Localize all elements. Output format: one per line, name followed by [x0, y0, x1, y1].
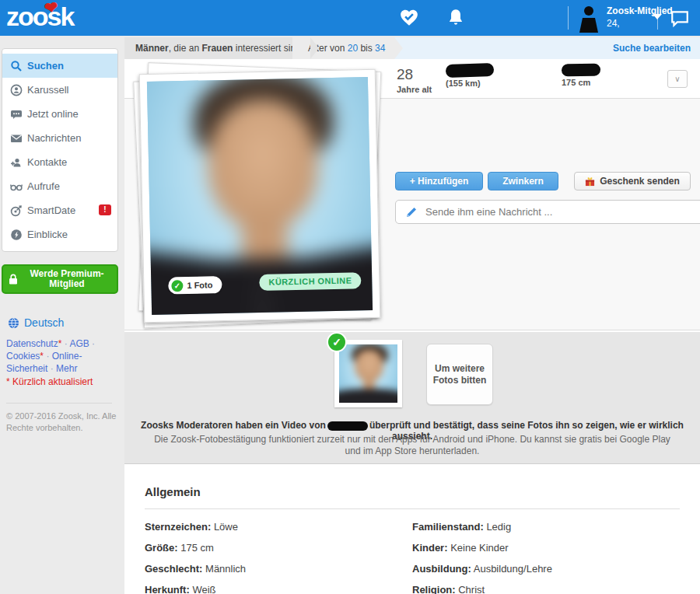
check-icon: ✓ [171, 280, 183, 292]
message-compose-box [395, 200, 700, 224]
profile-options-dropdown-button[interactable]: ∨ [667, 70, 688, 88]
age-max: 34 [375, 43, 385, 54]
detail-geschlecht: Geschlecht: Männlich [145, 563, 246, 575]
carousel-icon [10, 84, 23, 96]
photo-verification-section: ✓ Um weitere Fotos bitten Zoosks Moderat… [124, 332, 700, 464]
glasses-icon [10, 180, 23, 193]
profile-height-block: 175 cm [562, 64, 600, 87]
filter-age-segment[interactable]: Alter von 20 bis 34 [292, 37, 394, 59]
filter-gender-segment[interactable]: Männer, die an Frauen interessiert sind [124, 37, 310, 59]
notifications-bell-icon[interactable] [445, 8, 467, 28]
profile-photo-stack: ✓ 1 Foto KÜRZLICH ONLINE [131, 65, 387, 328]
sidebar-divider [6, 403, 112, 404]
chat-bubble-icon[interactable] [669, 8, 691, 28]
profile-distance: (155 km) [446, 79, 494, 88]
user-avatar[interactable] [576, 5, 602, 33]
sidebar-item-karussell[interactable]: Karussell [2, 78, 117, 102]
footer-links: Datenschutz* · AGB · Cookies* · Online-S… [6, 337, 115, 375]
premium-upgrade-button[interactable]: Werde Premium-Mitglied [2, 264, 118, 294]
detail-familienstand: Familienstand: Ledig [412, 521, 511, 533]
matches-heart-check-icon[interactable] [398, 8, 420, 28]
gift-icon [585, 176, 595, 187]
blurred-thumbnail-photo [339, 344, 397, 403]
age-min: 20 [348, 43, 358, 54]
redacted-location [446, 63, 495, 78]
zoosk-logo[interactable]: zoosk ❤ [6, 2, 73, 32]
sidebar-item-smartdate[interactable]: SmartDate ! [2, 198, 117, 222]
online-chat-icon [10, 108, 23, 121]
insights-icon [10, 229, 23, 241]
logo-heart-icon: ❤ [43, 0, 57, 18]
smartdate-target-icon [10, 204, 23, 217]
sidebar-item-einblicke[interactable]: Einblicke [2, 222, 117, 246]
filter-gender-men: Männer [135, 43, 169, 54]
zoosk-profile-page: zoosk ❤ Zoosk-Mitglied 24, Männer, die a… [0, 0, 700, 594]
profile-main-photo[interactable]: ✓ 1 Foto KÜRZLICH ONLINE [139, 69, 381, 323]
language-selector[interactable]: Deutsch [8, 316, 64, 329]
blurred-portrait-photo: ✓ 1 Foto KÜRZLICH ONLINE [147, 77, 373, 315]
section-divider [145, 508, 680, 509]
wink-button[interactable]: Zwinkern [488, 172, 558, 190]
verified-photo-thumbnail[interactable]: ✓ [334, 340, 402, 407]
sidebar-item-label: SmartDate [27, 198, 75, 222]
sidebar-nav: Suchen Karussell Jetzt online Nachrichte… [2, 48, 118, 252]
sidebar-item-label: Nachrichten [27, 126, 81, 150]
redacted-name-inline [327, 421, 368, 431]
detail-sternzeichen: Sternzeichen: Löwe [145, 521, 238, 533]
add-contact-icon [10, 156, 23, 169]
copyright-text: © 2007-2016 Zoosk, Inc. Alle Rechte vorb… [6, 411, 117, 434]
premium-button-label: Werde Premium-Mitglied [22, 269, 112, 289]
recently-online-badge: KÜRZLICH ONLINE [259, 272, 361, 291]
detail-religion: Religion: Christ [412, 584, 485, 594]
member-name: Zoosk-Mitglied [607, 5, 673, 16]
sidebar-item-kontakte[interactable]: Kontakte [2, 150, 117, 174]
profile-age-label: Jahre alt [397, 85, 432, 94]
send-gift-button[interactable]: Geschenk senden [574, 172, 691, 190]
filter-gender-women: Frauen [201, 43, 233, 54]
general-details-section: Allgemein Sternzeichen: Löwe Größe: 175 … [124, 465, 700, 594]
sidebar-item-nachrichten[interactable]: Nachrichten [2, 126, 117, 150]
search-filter-bar: Männer, die an Frauen interessiert sind … [124, 37, 700, 59]
add-favorite-button[interactable]: + Hinzufügen [395, 172, 483, 190]
link-cookies[interactable]: Cookies* [6, 351, 44, 362]
sidebar-item-label: Suchen [27, 54, 64, 78]
account-menu[interactable]: Zoosk-Mitglied 24, [607, 5, 673, 29]
envelope-icon [10, 132, 23, 145]
redacted-name [562, 64, 600, 77]
recently-updated-note: * Kürzlich aktualisiert [6, 376, 93, 387]
photo-count-badge: ✓ 1 Foto [168, 276, 222, 294]
search-icon [10, 60, 23, 72]
sidebar-item-label: Karussell [27, 78, 68, 102]
profile-height: 175 cm [562, 78, 600, 87]
sidebar-item-label: Einblicke [27, 222, 68, 246]
language-label: Deutsch [24, 316, 64, 329]
section-heading: Allgemein [145, 485, 201, 498]
app-availability-note: Die Zoosk-Fotobestätigung funktioniert z… [152, 434, 673, 457]
message-input[interactable] [425, 201, 700, 222]
header-divider [568, 6, 569, 30]
app-header: zoosk ❤ Zoosk-Mitglied 24, [0, 0, 700, 36]
profile-age-value: 28 [397, 66, 432, 83]
edit-search-link[interactable]: Suche bearbeiten [613, 37, 691, 59]
verified-check-badge: ✓ [327, 332, 347, 352]
profile-location-block: (155 km) [446, 64, 494, 88]
globe-icon [8, 317, 19, 329]
detail-herkunft: Herkunft: Weiß [145, 584, 216, 594]
sidebar-item-suchen[interactable]: Suchen [2, 54, 117, 78]
profile-age-block: 28 Jahre alt [397, 66, 432, 94]
sidebar-item-jetzt-online[interactable]: Jetzt online [2, 102, 117, 126]
detail-groesse: Größe: 175 cm [145, 542, 214, 554]
sidebar-item-label: Aufrufe [27, 174, 60, 198]
link-datenschutz[interactable]: Datenschutz* [6, 338, 61, 349]
photo-count-label: 1 Foto [187, 276, 212, 294]
zoosk-logo-text: zoosk [6, 2, 73, 31]
request-more-photos-button[interactable]: Um weitere Fotos bitten [426, 344, 493, 405]
sidebar-item-label: Kontakte [27, 150, 67, 174]
link-agb[interactable]: AGB [69, 338, 89, 349]
member-age: 24, [607, 18, 673, 29]
smartdate-alert-badge: ! [99, 204, 111, 215]
sidebar-item-aufrufe[interactable]: Aufrufe [2, 174, 117, 198]
detail-kinder: Kinder: Keine Kinder [412, 542, 509, 554]
sidebar-item-label: Jetzt online [27, 102, 79, 126]
link-mehr[interactable]: Mehr [56, 363, 77, 374]
